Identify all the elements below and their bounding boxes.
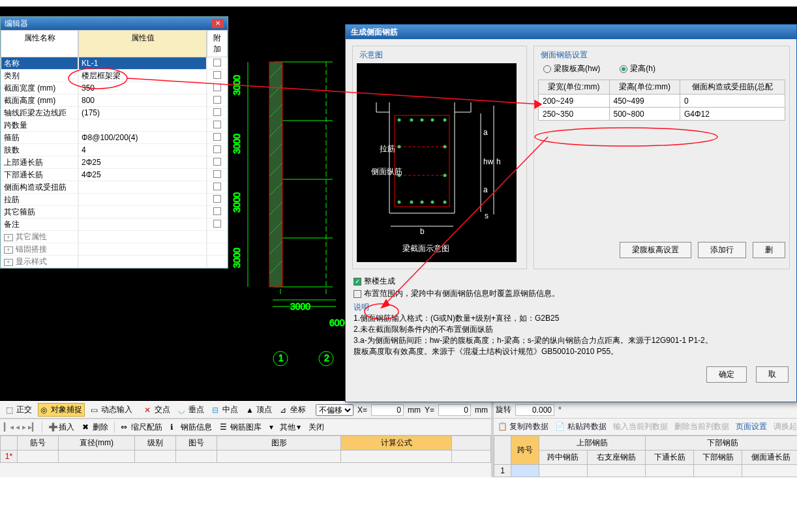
- setting-table[interactable]: 梁宽(单位:mm)梁高(单位:mm)侧面构造或受扭筋(总配 200~249450…: [538, 80, 785, 121]
- radio-hw[interactable]: 梁腹板高(hw): [543, 63, 600, 74]
- ok-button[interactable]: 确定: [706, 366, 747, 383]
- svg-text:3000: 3000: [232, 248, 242, 268]
- svg-text:hw: hw: [483, 157, 494, 166]
- table-row: 1: [494, 465, 798, 477]
- col-header-value: 属性值: [78, 30, 207, 57]
- generate-side-bar-dialog: 生成侧面钢筋 示意图: [345, 24, 797, 402]
- svg-text:3000: 3000: [232, 75, 242, 95]
- y-input[interactable]: [438, 404, 471, 416]
- cancel-button[interactable]: 取: [756, 366, 789, 383]
- append-checkbox[interactable]: [213, 207, 221, 215]
- property-row[interactable]: 拉筋: [1, 194, 228, 206]
- property-row[interactable]: 类别楼层框架梁: [1, 70, 228, 82]
- append-checkbox[interactable]: [213, 121, 221, 128]
- dialog-title[interactable]: 生成侧面钢筋: [346, 25, 796, 39]
- close-icon[interactable]: ✕: [212, 19, 224, 28]
- swap-start[interactable]: 调换起: [774, 421, 797, 432]
- side-bar-setting-group: 侧面钢筋设置 梁腹板高(hw) 梁高(h) 梁宽(单位:mm)梁高(单位:mm)…: [534, 46, 790, 269]
- scale-rebar-button[interactable]: ⇔缩尺配筋: [119, 421, 164, 434]
- offset-select[interactable]: 不偏移: [316, 404, 353, 416]
- snap-ortho[interactable]: ⬚正交: [4, 404, 34, 416]
- svg-text:2: 2: [324, 353, 329, 363]
- svg-text:a: a: [483, 185, 488, 194]
- checkbox-whole-building[interactable]: [353, 278, 361, 286]
- append-checkbox[interactable]: [213, 170, 221, 178]
- snap-osnap[interactable]: ◎对象捕捉: [38, 403, 85, 417]
- append-checkbox[interactable]: [213, 96, 221, 104]
- property-row[interactable]: 截面高度 (mm)800: [1, 95, 228, 107]
- snap-vertex[interactable]: ▲顶点: [244, 404, 274, 416]
- delete-col-data[interactable]: 删除当前列数据: [674, 421, 729, 432]
- svg-point-51: [444, 145, 447, 149]
- property-row[interactable]: 箍筋Φ8@100/200(4): [1, 132, 228, 144]
- svg-text:3000: 3000: [232, 134, 242, 154]
- insert-button[interactable]: ➕插入: [46, 421, 76, 434]
- svg-text:侧面纵筋: 侧面纵筋: [371, 167, 402, 176]
- svg-point-57: [431, 201, 434, 204]
- page-setting[interactable]: 页面设置: [736, 421, 767, 432]
- hw-setting-button[interactable]: 梁腹板高设置: [620, 242, 691, 258]
- other-dropdown[interactable]: ▾其他 ▾: [267, 421, 303, 434]
- left-edit-toolbar: ▎◂ ◂ ▸ ▸▎ ➕插入 ✖删除 ⇔缩尺配筋 ℹ钢筋信息 ☰钢筋图库 ▾其他 …: [0, 419, 491, 436]
- append-checkbox[interactable]: [213, 195, 221, 203]
- checkbox-cover-existing[interactable]: [353, 290, 361, 298]
- beam-section-diagram: 拉筋 侧面纵筋 a hw h a s b 梁截面示意图: [357, 63, 517, 262]
- snap-intersect[interactable]: ✕交点: [142, 404, 172, 416]
- radio-h[interactable]: 梁高(h): [620, 63, 655, 74]
- property-row[interactable]: 轴线距梁左边线距(175): [1, 107, 228, 119]
- svg-rect-42: [395, 115, 449, 207]
- property-row[interactable]: 其它箍筋: [1, 206, 228, 218]
- svg-text:a: a: [483, 128, 488, 137]
- delete-button[interactable]: ✖删除: [80, 421, 110, 434]
- paste-span-data[interactable]: 📄 粘贴跨数据: [555, 421, 606, 432]
- append-checkbox[interactable]: [213, 145, 221, 153]
- left-rebar-grid[interactable]: 筋号 直径(mm) 级别 图号 图形 计算公式 1*: [0, 436, 491, 463]
- append-checkbox[interactable]: [213, 71, 221, 79]
- x-input[interactable]: [371, 404, 404, 416]
- editor-titlebar[interactable]: 编辑器 ✕: [1, 17, 228, 30]
- append-checkbox[interactable]: [213, 59, 221, 66]
- add-row-button[interactable]: 添加行: [698, 242, 746, 258]
- append-checkbox[interactable]: [213, 133, 221, 141]
- svg-text:拉筋: 拉筋: [380, 144, 395, 153]
- property-row[interactable]: 肢数4: [1, 144, 228, 156]
- property-row[interactable]: 截面宽度 (mm)350: [1, 82, 228, 95]
- svg-point-50: [398, 145, 401, 149]
- svg-point-55: [410, 201, 414, 204]
- bottom-panels: ⬚正交 ◎对象捕捉 ▭动态输入 ✕交点 ◡垂点 ⊟中点 ▲顶点 ⊿坐标 不偏移 …: [0, 402, 797, 477]
- property-row[interactable]: 备注: [1, 218, 228, 231]
- right-span-grid[interactable]: 跨号 上部钢筋 下部钢筋 跨中钢筋 右支座钢筋 下通长筋 下部钢筋 侧面通长筋 …: [494, 436, 797, 477]
- append-checkbox[interactable]: [213, 183, 221, 190]
- snap-dyn[interactable]: ▭动态输入: [89, 404, 134, 416]
- rebar-info-button[interactable]: ℹ钢筋信息: [168, 421, 214, 434]
- svg-text:h: h: [496, 157, 501, 166]
- input-col-data[interactable]: 输入当前列数据: [613, 421, 668, 432]
- property-row[interactable]: 侧面构造或受扭筋: [1, 181, 228, 194]
- property-row[interactable]: 跨数量: [1, 119, 228, 132]
- delete-row-button[interactable]: 删: [753, 242, 785, 258]
- property-group[interactable]: +锚固搭接: [1, 243, 228, 256]
- right-edit-toolbar: 📋 复制跨数据 📄 粘贴跨数据 输入当前列数据 删除当前列数据 页面设置 调换起: [494, 419, 797, 436]
- svg-text:1: 1: [278, 353, 284, 363]
- table-row: 1*: [1, 451, 491, 463]
- append-checkbox[interactable]: [213, 83, 221, 91]
- svg-text:3000: 3000: [290, 301, 310, 312]
- close-button[interactable]: 关闭: [307, 421, 326, 434]
- snap-coord[interactable]: ⊿坐标: [278, 404, 308, 416]
- svg-text:梁截面示意图: 梁截面示意图: [402, 244, 449, 253]
- property-row[interactable]: 下部通长筋4Φ25: [1, 169, 228, 181]
- property-row[interactable]: 名称KL-1: [1, 57, 228, 70]
- svg-text:s: s: [485, 211, 489, 220]
- snap-perp[interactable]: ◡垂点: [176, 404, 206, 416]
- append-checkbox[interactable]: [213, 220, 221, 228]
- svg-point-45: [398, 119, 401, 122]
- append-checkbox[interactable]: [213, 158, 221, 166]
- property-group[interactable]: +显示样式: [1, 256, 228, 268]
- property-group[interactable]: +其它属性: [1, 231, 228, 243]
- copy-span-data[interactable]: 📋 复制跨数据: [498, 421, 549, 432]
- property-row[interactable]: 上部通长筋2Φ25: [1, 156, 228, 169]
- append-checkbox[interactable]: [213, 108, 221, 116]
- svg-text:3000: 3000: [232, 192, 242, 213]
- rebar-lib-button[interactable]: ☰钢筋图库: [218, 421, 263, 434]
- snap-mid[interactable]: ⊟中点: [210, 404, 240, 416]
